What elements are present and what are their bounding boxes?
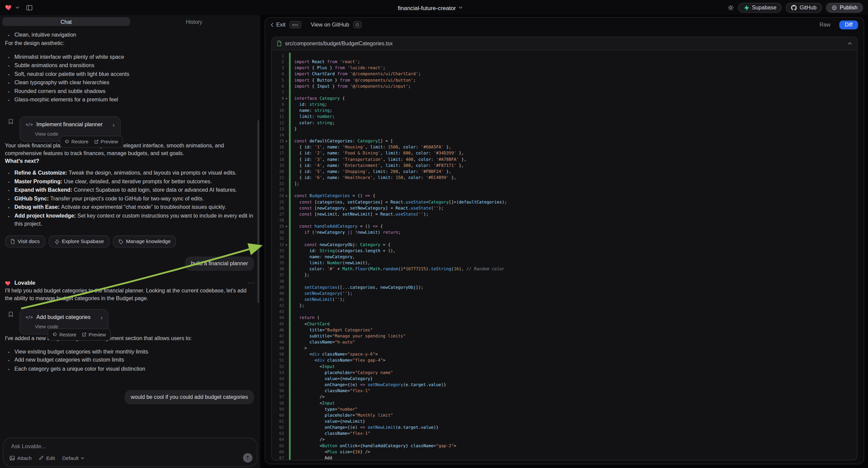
attach-button[interactable]: Attach xyxy=(9,455,32,461)
code-line: 32▾ const newCategoryObj: Category = { xyxy=(272,241,857,247)
fold-spacer xyxy=(284,406,289,412)
tab-history[interactable]: History xyxy=(130,17,258,26)
chevron-right-icon[interactable]: › xyxy=(101,315,103,320)
diff-toggle[interactable]: Diff xyxy=(839,20,858,29)
globe-icon xyxy=(831,5,837,10)
code-line: 61 value={newLimit} xyxy=(272,418,857,425)
github-button[interactable]: GitHub xyxy=(786,2,822,12)
code-line: 30 if (!newCategory || !newLimit) return… xyxy=(272,229,857,235)
document-icon xyxy=(10,239,15,244)
preview-button[interactable]: Preview xyxy=(82,331,106,339)
fold-spacer xyxy=(284,425,289,430)
diff-added-bar xyxy=(289,400,290,406)
fold-spacer xyxy=(284,430,289,436)
chevron-right-icon[interactable]: › xyxy=(113,121,115,127)
diff-added-bar xyxy=(289,430,290,436)
diff-added-bar xyxy=(289,59,290,65)
diff-added-bar xyxy=(289,370,290,376)
fold-chevron-icon[interactable]: ▾ xyxy=(284,138,289,144)
diff-added-bar xyxy=(289,357,290,363)
diff-added-bar xyxy=(289,339,290,345)
code-line: 42 }; xyxy=(272,302,857,309)
code-line: 19 { id: '4', name: 'Entertainment', lim… xyxy=(272,162,857,168)
tab-chat[interactable]: Chat xyxy=(2,17,130,26)
logo-menu-chevron-down-icon[interactable] xyxy=(16,6,20,9)
code-line: 4import ChartCard from '@/components/ui/… xyxy=(272,71,857,77)
preview-button[interactable]: Preview xyxy=(94,138,118,145)
bookmark-icon[interactable] xyxy=(8,311,13,317)
user-message: build a financial planner xyxy=(185,257,254,271)
bookmark-icon[interactable] xyxy=(8,118,13,124)
fold-spacer xyxy=(284,169,289,175)
fold-chevron-icon[interactable]: ▾ xyxy=(284,223,289,229)
user-message: would be cool if you could add budget ca… xyxy=(124,390,254,405)
collapse-chevron-up-icon[interactable] xyxy=(847,42,852,45)
fold-spacer xyxy=(284,436,289,442)
code-line: 31 xyxy=(272,235,857,241)
code-line: 63 className="flex-1" xyxy=(272,430,857,436)
code-line: 65 <Button onClick={handleAddCategory} c… xyxy=(272,442,857,448)
whats-next-heading: What's next? xyxy=(5,157,255,165)
explore-supabase-label: Explore Supabase xyxy=(62,238,104,245)
diff-added-bar xyxy=(289,83,290,89)
project-chevron-down-icon xyxy=(459,6,463,9)
exit-button[interactable]: Exit xyxy=(271,22,285,28)
edit-mode-button[interactable]: Edit xyxy=(39,455,55,461)
code-line: 22]; xyxy=(272,181,857,187)
assistant-name: Lovable xyxy=(14,279,35,287)
fold-chevron-icon[interactable]: ▾ xyxy=(284,241,289,247)
fold-spacer xyxy=(284,370,289,376)
publish-button[interactable]: Publish xyxy=(826,2,863,12)
toggle-sidebar-icon[interactable] xyxy=(26,4,33,11)
chat-input[interactable] xyxy=(10,442,235,449)
diff-added-bar xyxy=(289,254,290,260)
fold-spacer xyxy=(284,211,289,217)
fold-spacer xyxy=(284,132,289,138)
diff-added-bar xyxy=(289,205,290,211)
code-line: 13} xyxy=(272,126,857,132)
settings-gear-icon[interactable] xyxy=(727,4,734,11)
chat-scrollbar-thumb[interactable] xyxy=(257,120,259,303)
fold-spacer xyxy=(284,119,289,125)
code-line: 47 subtitle="Manage your spending limits… xyxy=(272,333,857,339)
diff-added-bar xyxy=(289,248,290,254)
assistant-paragraph: Your sleek financial planner is now read… xyxy=(5,142,255,157)
send-button[interactable]: ↑ xyxy=(243,453,252,463)
explore-supabase-button[interactable]: Explore Supabase xyxy=(49,235,110,247)
code-line: 36 color: '#' + Math.floor(Math.random()… xyxy=(272,266,857,272)
restore-button[interactable]: Restore xyxy=(65,138,89,145)
fold-spacer xyxy=(284,418,289,425)
diff-added-bar xyxy=(289,175,290,181)
fold-spacer xyxy=(284,205,289,211)
diff-added-bar xyxy=(289,272,290,278)
diff-added-bar xyxy=(289,241,290,247)
supabase-label: Supabase xyxy=(752,4,776,10)
publish-label: Publish xyxy=(840,4,858,10)
fold-spacer xyxy=(284,363,289,369)
fold-chevron-icon[interactable]: ▾ xyxy=(284,193,289,199)
code-line: 8▾interface Category { xyxy=(272,95,857,101)
list-item: Minimalist interface with plenty of whit… xyxy=(14,53,255,61)
diff-added-bar xyxy=(289,406,290,412)
file-header[interactable]: src/components/budget/BudgetCategories.t… xyxy=(272,37,857,51)
project-switcher[interactable]: financial-future-creator xyxy=(398,0,462,15)
fold-chevron-icon[interactable]: ▾ xyxy=(284,95,289,101)
fold-spacer xyxy=(284,89,289,95)
model-selector[interactable]: Default xyxy=(62,455,84,461)
supabase-button[interactable]: Supabase xyxy=(738,2,782,12)
view-on-github-button[interactable]: View on GitHub xyxy=(311,22,349,28)
visit-docs-button[interactable]: Visit docs xyxy=(5,235,45,247)
diff-added-bar xyxy=(289,229,290,235)
lovable-logo-heart-icon[interactable] xyxy=(5,4,12,11)
diff-added-bar xyxy=(289,321,290,327)
fold-spacer xyxy=(284,394,289,400)
code-line: 18 { id: '3', name: 'Transportation', li… xyxy=(272,156,857,162)
diff-added-bar xyxy=(289,162,290,168)
manage-knowledge-button[interactable]: Manage knowledge xyxy=(113,235,176,247)
restore-button[interactable]: Restore xyxy=(53,331,76,339)
raw-toggle[interactable]: Raw xyxy=(819,22,830,28)
code-line: 40 setNewCategory(''); xyxy=(272,290,857,296)
code-line: 45 <ChartCard xyxy=(272,321,857,327)
external-link-icon xyxy=(94,139,98,144)
message-menu-ellipsis-icon[interactable]: ··· xyxy=(248,279,255,287)
